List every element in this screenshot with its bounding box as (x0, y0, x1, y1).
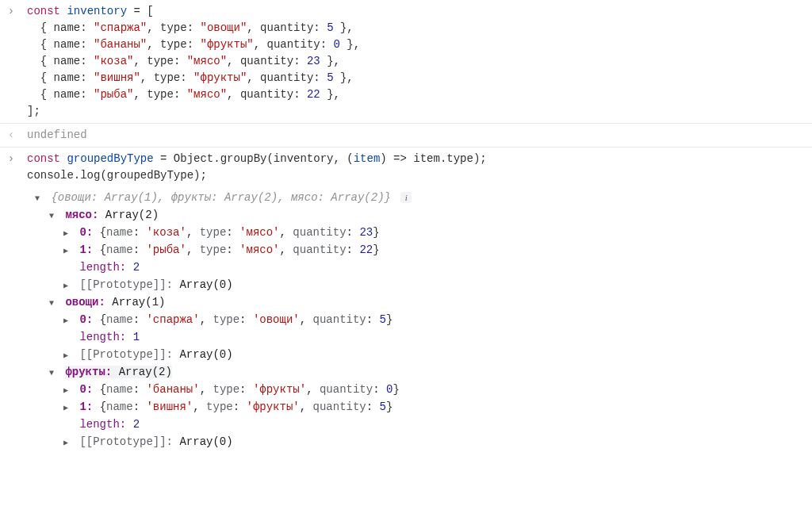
item-preview: {name: 'спаржа', type: 'овощи', quantity… (100, 313, 393, 326)
preview-val-3: Array(2) (331, 191, 384, 204)
expr-part2: ) => item.type); (380, 152, 486, 165)
tree-array-item[interactable]: 1: {name: 'рыба', type: 'мясо', quantity… (35, 242, 806, 259)
expr-part1: = Object.groupBy(inventory, ( (154, 152, 354, 165)
tree-array-item[interactable]: 0: {name: 'спаржа', type: 'овощи', quant… (35, 312, 806, 328)
var-grouped: groupedByType (67, 152, 153, 165)
item-preview: {name: 'рыба', type: 'мясо', quantity: 2… (100, 243, 380, 256)
item-preview: {name: 'вишня', type: 'фрукты', quantity… (100, 401, 393, 413)
param-item: item (354, 152, 381, 165)
disclosure-triangle-icon[interactable] (49, 364, 59, 381)
tree-length: length: 2 (35, 259, 806, 276)
object-tree: {овощи: Array(1), фрукты: Array(2), мясо… (0, 187, 812, 458)
preview-val-2: Array(2) (224, 191, 278, 204)
info-icon[interactable]: i (400, 192, 412, 203)
tree-array-item[interactable]: 1: {name: 'вишня', type: 'фрукты', quant… (35, 399, 806, 416)
group-key: овощи: (65, 296, 105, 309)
disclosure-triangle-icon[interactable] (63, 381, 73, 398)
disclosure-triangle-icon[interactable] (49, 294, 59, 311)
preview-val-1: Array(1) (105, 191, 158, 204)
disclosure-triangle-icon[interactable] (63, 399, 73, 416)
disclosure-triangle-icon[interactable] (49, 207, 59, 224)
brace-open: { (51, 191, 57, 204)
tree-array-item[interactable]: 0: {name: 'коза', type: 'мясо', quantity… (35, 224, 806, 241)
keyword-const: const (27, 5, 60, 17)
array-label: Array(2) (119, 366, 172, 378)
tree-prototype[interactable]: [[Prototype]]: Array(0) (35, 277, 806, 293)
tree-length: length: 1 (35, 329, 806, 346)
array-label: Array(2) (105, 209, 159, 221)
tree-group-header[interactable]: фрукты: Array(2) (35, 364, 806, 381)
tree-group-header[interactable]: мясо: Array(2) (35, 207, 806, 224)
disclosure-triangle-icon[interactable] (63, 312, 73, 328)
preview-key-2: фрукты (171, 191, 211, 204)
keyword-const: const (27, 152, 60, 165)
console-input-block-2: › const groupedByType = Object.groupBy(i… (0, 148, 812, 458)
console-output-block-1: › undefined (0, 124, 812, 148)
preview-key-3: мясо (291, 191, 318, 204)
return-icon: › (5, 127, 17, 144)
disclosure-triangle-icon[interactable] (63, 347, 73, 363)
tree-prototype[interactable]: [[Prototype]]: Array(0) (35, 347, 806, 363)
array-label: Array(1) (112, 296, 165, 309)
item-index: 0: (79, 226, 93, 239)
prompt-icon: › (5, 3, 17, 20)
disclosure-triangle-icon[interactable] (63, 224, 73, 241)
close-bracket: ]; (27, 105, 40, 117)
tree-group-header[interactable]: овощи: Array(1) (35, 294, 806, 311)
item-preview: {name: 'коза', type: 'мясо', quantity: 2… (100, 226, 380, 239)
prompt-icon: › (5, 151, 17, 167)
tree-array-item[interactable]: 0: {name: 'бананы', type: 'фрукты', quan… (35, 381, 806, 398)
console-log-line: console.log(groupedByType); (27, 169, 207, 182)
output-undefined: undefined (0, 124, 812, 147)
group-key: мясо: (65, 209, 98, 221)
item-index: 0: (79, 383, 93, 396)
disclosure-triangle-icon[interactable] (63, 434, 73, 450)
group-key: фрукты: (65, 366, 112, 378)
brace-close: } (385, 191, 391, 204)
preview-key-1: овощи (58, 191, 91, 204)
tree-preview-line[interactable]: {овощи: Array(1), фрукты: Array(2), мясо… (35, 190, 806, 206)
tree-length: length: 2 (35, 416, 806, 433)
tree-prototype[interactable]: [[Prototype]]: Array(0) (35, 434, 806, 450)
disclosure-triangle-icon[interactable] (63, 277, 73, 293)
item-index: 0: (79, 313, 93, 326)
disclosure-triangle-icon[interactable] (63, 242, 73, 259)
var-inventory: inventory (67, 5, 127, 17)
item-index: 1: (79, 401, 93, 413)
console-input-block-1: › const inventory = [ { name: "спаржа", … (0, 0, 812, 124)
code-input-2[interactable]: const groupedByType = Object.groupBy(inv… (0, 148, 812, 187)
code-input-1[interactable]: const inventory = [ { name: "спаржа", ty… (0, 0, 812, 123)
item-preview: {name: 'бананы', type: 'фрукты', quantit… (100, 383, 400, 396)
item-index: 1: (79, 243, 93, 256)
equals-open: = [ (127, 5, 154, 17)
disclosure-triangle-icon[interactable] (35, 190, 44, 206)
